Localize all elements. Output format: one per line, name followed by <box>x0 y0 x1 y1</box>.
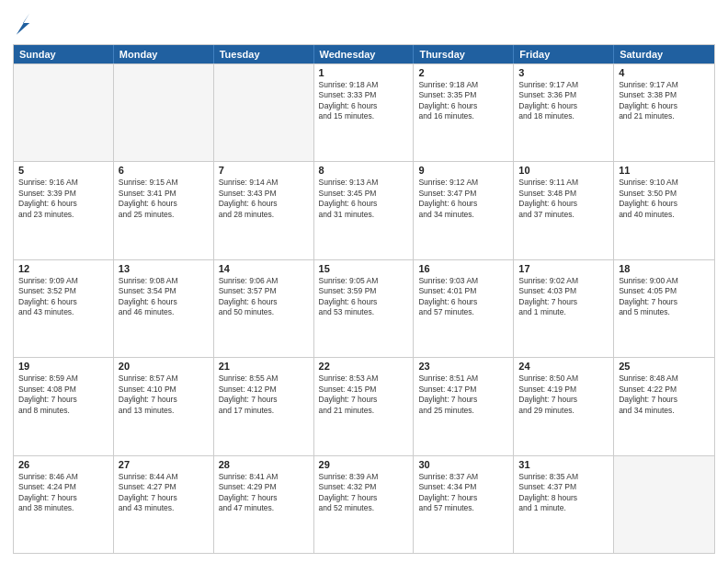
day-number: 1 <box>319 67 409 78</box>
day-number: 20 <box>119 361 209 372</box>
empty-cell <box>614 456 714 553</box>
day-info: Sunrise: 8:59 AMSunset: 4:08 PMDaylight:… <box>18 373 108 416</box>
day-info: Sunrise: 8:57 AMSunset: 4:10 PMDaylight:… <box>119 373 209 416</box>
header-day-friday: Friday <box>514 45 614 63</box>
day-cell-22: 22Sunrise: 8:53 AMSunset: 4:15 PMDayligh… <box>314 358 415 454</box>
header-day-saturday: Saturday <box>614 45 714 63</box>
day-info: Sunrise: 9:15 AMSunset: 3:41 PMDaylight:… <box>119 178 209 220</box>
calendar-body: 1Sunrise: 9:18 AMSunset: 3:33 PMDaylight… <box>14 63 714 553</box>
day-cell-11: 11Sunrise: 9:10 AMSunset: 3:50 PMDayligh… <box>614 162 714 259</box>
day-number: 27 <box>119 459 209 470</box>
calendar-week-5: 26Sunrise: 8:46 AMSunset: 4:24 PMDayligh… <box>14 455 714 553</box>
day-cell-20: 20Sunrise: 8:57 AMSunset: 4:10 PMDayligh… <box>114 358 214 454</box>
empty-cell <box>114 64 214 161</box>
day-info: Sunrise: 8:50 AMSunset: 4:19 PMDaylight:… <box>518 373 609 416</box>
day-number: 6 <box>119 165 209 176</box>
day-cell-4: 4Sunrise: 9:17 AMSunset: 3:38 PMDaylight… <box>614 64 714 161</box>
day-cell-18: 18Sunrise: 9:00 AMSunset: 4:05 PMDayligh… <box>614 260 714 357</box>
day-cell-15: 15Sunrise: 9:05 AMSunset: 3:59 PMDayligh… <box>314 260 415 357</box>
day-info: Sunrise: 8:48 AMSunset: 4:22 PMDaylight:… <box>619 373 710 416</box>
day-cell-29: 29Sunrise: 8:39 AMSunset: 4:32 PMDayligh… <box>314 456 415 553</box>
day-cell-13: 13Sunrise: 9:08 AMSunset: 3:54 PMDayligh… <box>114 260 214 357</box>
day-cell-10: 10Sunrise: 9:11 AMSunset: 3:48 PMDayligh… <box>514 162 614 259</box>
day-info: Sunrise: 8:37 AMSunset: 4:34 PMDaylight:… <box>418 472 508 514</box>
day-info: Sunrise: 9:10 AMSunset: 3:50 PMDaylight:… <box>619 178 710 220</box>
day-number: 10 <box>518 165 609 176</box>
day-info: Sunrise: 8:39 AMSunset: 4:32 PMDaylight:… <box>319 472 409 514</box>
day-number: 14 <box>219 263 309 274</box>
day-info: Sunrise: 8:55 AMSunset: 4:12 PMDaylight:… <box>219 373 309 416</box>
day-number: 17 <box>518 263 609 274</box>
day-info: Sunrise: 9:11 AMSunset: 3:48 PMDaylight:… <box>518 178 609 220</box>
logo <box>13 11 33 37</box>
day-number: 8 <box>319 165 409 176</box>
day-cell-8: 8Sunrise: 9:13 AMSunset: 3:45 PMDaylight… <box>314 162 415 259</box>
day-number: 30 <box>418 459 508 470</box>
day-info: Sunrise: 9:09 AMSunset: 3:52 PMDaylight:… <box>18 276 108 318</box>
day-number: 4 <box>619 67 710 78</box>
day-number: 24 <box>518 361 609 372</box>
day-cell-26: 26Sunrise: 8:46 AMSunset: 4:24 PMDayligh… <box>14 456 114 553</box>
calendar-header: SundayMondayTuesdayWednesdayThursdayFrid… <box>14 45 714 63</box>
day-info: Sunrise: 9:08 AMSunset: 3:54 PMDaylight:… <box>119 276 209 318</box>
day-info: Sunrise: 9:16 AMSunset: 3:39 PMDaylight:… <box>18 178 108 220</box>
day-info: Sunrise: 9:00 AMSunset: 4:05 PMDaylight:… <box>619 276 710 318</box>
day-number: 12 <box>18 263 108 274</box>
day-number: 22 <box>319 361 409 372</box>
day-cell-16: 16Sunrise: 9:03 AMSunset: 4:01 PMDayligh… <box>414 260 514 357</box>
empty-cell <box>14 64 114 161</box>
day-number: 3 <box>518 67 609 78</box>
day-cell-21: 21Sunrise: 8:55 AMSunset: 4:12 PMDayligh… <box>214 358 314 454</box>
day-number: 16 <box>418 263 508 274</box>
day-info: Sunrise: 8:35 AMSunset: 4:37 PMDaylight:… <box>518 472 609 514</box>
svg-marker-0 <box>17 13 29 34</box>
calendar: SundayMondayTuesdayWednesdayThursdayFrid… <box>13 44 715 554</box>
day-info: Sunrise: 9:05 AMSunset: 3:59 PMDaylight:… <box>319 276 409 318</box>
header-day-sunday: Sunday <box>14 45 114 63</box>
day-number: 25 <box>619 361 710 372</box>
day-number: 7 <box>219 165 309 176</box>
day-info: Sunrise: 9:06 AMSunset: 3:57 PMDaylight:… <box>219 276 309 318</box>
day-info: Sunrise: 9:18 AMSunset: 3:33 PMDaylight:… <box>319 80 409 122</box>
day-cell-25: 25Sunrise: 8:48 AMSunset: 4:22 PMDayligh… <box>614 358 714 454</box>
calendar-week-1: 1Sunrise: 9:18 AMSunset: 3:33 PMDaylight… <box>14 63 714 161</box>
day-info: Sunrise: 9:03 AMSunset: 4:01 PMDaylight:… <box>418 276 508 318</box>
day-cell-30: 30Sunrise: 8:37 AMSunset: 4:34 PMDayligh… <box>414 456 514 553</box>
day-number: 9 <box>418 165 508 176</box>
day-info: Sunrise: 9:18 AMSunset: 3:35 PMDaylight:… <box>418 80 508 122</box>
page: SundayMondayTuesdayWednesdayThursdayFrid… <box>0 0 728 563</box>
day-number: 19 <box>18 361 108 372</box>
day-info: Sunrise: 9:12 AMSunset: 3:47 PMDaylight:… <box>418 178 508 220</box>
header <box>13 11 715 37</box>
day-number: 13 <box>119 263 209 274</box>
day-cell-5: 5Sunrise: 9:16 AMSunset: 3:39 PMDaylight… <box>14 162 114 259</box>
day-number: 26 <box>18 459 108 470</box>
day-info: Sunrise: 8:41 AMSunset: 4:29 PMDaylight:… <box>219 472 309 514</box>
day-cell-9: 9Sunrise: 9:12 AMSunset: 3:47 PMDaylight… <box>414 162 514 259</box>
calendar-week-3: 12Sunrise: 9:09 AMSunset: 3:52 PMDayligh… <box>14 259 714 357</box>
day-cell-1: 1Sunrise: 9:18 AMSunset: 3:33 PMDaylight… <box>314 64 415 161</box>
day-info: Sunrise: 8:44 AMSunset: 4:27 PMDaylight:… <box>119 472 209 514</box>
day-info: Sunrise: 9:02 AMSunset: 4:03 PMDaylight:… <box>518 276 609 318</box>
day-info: Sunrise: 8:51 AMSunset: 4:17 PMDaylight:… <box>418 373 508 416</box>
empty-cell <box>214 64 314 161</box>
day-number: 21 <box>219 361 309 372</box>
day-info: Sunrise: 9:17 AMSunset: 3:36 PMDaylight:… <box>518 80 609 122</box>
day-number: 28 <box>219 459 309 470</box>
calendar-week-2: 5Sunrise: 9:16 AMSunset: 3:39 PMDaylight… <box>14 161 714 259</box>
day-cell-28: 28Sunrise: 8:41 AMSunset: 4:29 PMDayligh… <box>214 456 314 553</box>
day-cell-14: 14Sunrise: 9:06 AMSunset: 3:57 PMDayligh… <box>214 260 314 357</box>
day-number: 23 <box>418 361 508 372</box>
day-info: Sunrise: 8:46 AMSunset: 4:24 PMDaylight:… <box>18 472 108 514</box>
day-number: 11 <box>619 165 710 176</box>
header-day-monday: Monday <box>114 45 214 63</box>
day-number: 29 <box>319 459 409 470</box>
day-cell-17: 17Sunrise: 9:02 AMSunset: 4:03 PMDayligh… <box>514 260 614 357</box>
day-number: 5 <box>18 165 108 176</box>
day-number: 18 <box>619 263 710 274</box>
day-info: Sunrise: 8:53 AMSunset: 4:15 PMDaylight:… <box>319 373 409 416</box>
calendar-week-4: 19Sunrise: 8:59 AMSunset: 4:08 PMDayligh… <box>14 357 714 454</box>
day-number: 2 <box>418 67 508 78</box>
header-day-thursday: Thursday <box>414 45 514 63</box>
day-info: Sunrise: 9:14 AMSunset: 3:43 PMDaylight:… <box>219 178 309 220</box>
